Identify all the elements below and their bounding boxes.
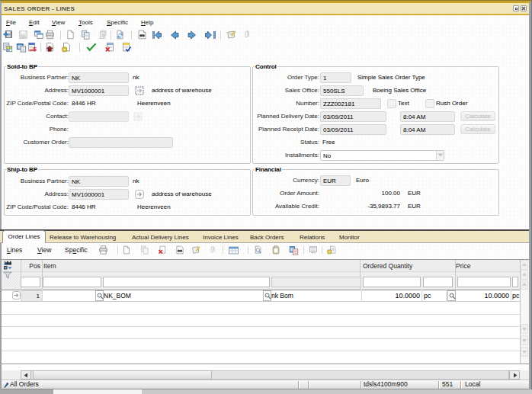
svg-text:$: $ (33, 46, 37, 53)
